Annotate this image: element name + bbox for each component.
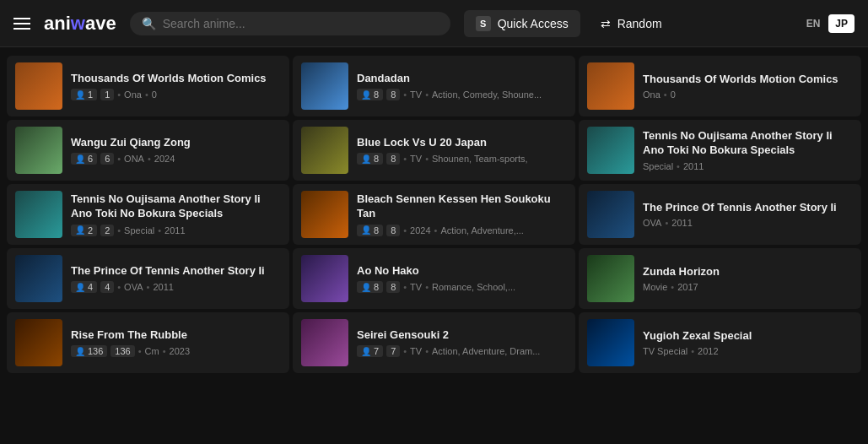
card-thumbnail — [15, 191, 62, 238]
card-count-badge: 8 — [386, 153, 400, 165]
badge-icon: 👤 — [361, 90, 371, 100]
badge-icon: 👤 — [75, 154, 85, 164]
card-count-badge: 7 — [386, 345, 400, 357]
card-info: Rise From The Rubble 👤 136 136 • Cm • 20… — [71, 328, 281, 358]
card-info: The Prince Of Tennis Another Story Ii OV… — [643, 201, 853, 229]
quick-access-button[interactable]: S Quick Access — [464, 10, 580, 37]
hamburger-menu[interactable] — [13, 18, 30, 30]
card-year: 2011 — [683, 161, 704, 171]
badge-icon: 👤 — [75, 283, 85, 292]
search-input[interactable] — [163, 17, 439, 30]
card-title: Seirei Gensouki 2 — [357, 328, 567, 343]
card-type: ONA — [124, 154, 144, 164]
card-count-badge: 136 — [111, 345, 134, 357]
card-title: Wangu Zui Qiang Zong — [71, 136, 281, 150]
card-item[interactable]: Yugioh Zexal Special TV Special • 2012 — [579, 312, 861, 373]
card-type: Ona — [124, 89, 142, 100]
card-genres: Shounen, Team-sports, — [432, 154, 528, 164]
logo[interactable]: aniwave — [44, 13, 116, 35]
card-thumbnail — [301, 319, 348, 366]
search-icon: 🔍 — [142, 17, 156, 30]
card-badge: 👤 8 — [357, 281, 383, 293]
card-info: Thousands Of Worlds Motion Comics Ona • … — [643, 73, 853, 100]
card-info: Seirei Gensouki 2 👤 7 7 • TV • Action, A… — [357, 328, 567, 358]
card-info: Thousands Of Worlds Motion Comics 👤 1 1 … — [71, 72, 281, 101]
random-label: Random — [617, 17, 662, 30]
random-button[interactable]: ⇄ Random — [601, 17, 662, 30]
card-title: Thousands Of Worlds Motion Comics — [643, 73, 853, 87]
lang-en-button[interactable]: EN — [800, 14, 828, 33]
quick-access-label: Quick Access — [498, 17, 569, 30]
card-meta: OVA • 2011 — [643, 218, 853, 228]
card-meta: Special • 2011 — [643, 161, 853, 171]
card-title: Tennis No Oujisama Another Story Ii Ano … — [643, 129, 853, 158]
card-type: Special — [124, 225, 154, 236]
card-type: Cm — [145, 346, 159, 356]
card-item[interactable]: Tennis No Oujisama Another Story Ii Ano … — [7, 184, 289, 245]
card-info: Tennis No Oujisama Another Story Ii Ano … — [643, 129, 853, 171]
card-type: TV — [410, 154, 422, 164]
badge-icon: 👤 — [361, 154, 371, 164]
card-meta: Movie • 2017 — [643, 282, 853, 292]
card-item[interactable]: Blue Lock Vs U 20 Japan 👤 8 8 • TV • Sho… — [293, 120, 575, 181]
card-badge: 👤 8 — [357, 153, 383, 165]
card-title: Blue Lock Vs U 20 Japan — [357, 136, 567, 150]
card-item[interactable]: Seirei Gensouki 2 👤 7 7 • TV • Action, A… — [293, 312, 575, 373]
card-badge: 👤 6 — [71, 153, 97, 165]
card-title: Dandadan — [357, 72, 567, 86]
card-item[interactable]: Wangu Zui Qiang Zong 👤 6 6 • ONA • 2024 — [7, 120, 289, 181]
card-info: The Prince Of Tennis Another Story Ii 👤 … — [71, 264, 281, 294]
card-info: Ao No Hako 👤 8 8 • TV • Romance, School,… — [357, 264, 567, 294]
card-info: Bleach Sennen Kessen Hen Soukoku Tan 👤 8… — [357, 192, 567, 236]
card-item[interactable]: Thousands Of Worlds Motion Comics Ona • … — [579, 56, 861, 116]
badge-icon: 👤 — [361, 225, 371, 235]
card-year: 2023 — [170, 346, 190, 356]
badge-icon: 👤 — [75, 90, 85, 100]
card-item[interactable]: The Prince Of Tennis Another Story Ii OV… — [579, 184, 861, 245]
card-info: Yugioh Zexal Special TV Special • 2012 — [643, 329, 853, 357]
card-badge: 👤 8 — [357, 89, 383, 100]
lang-jp-button[interactable]: JP — [828, 14, 855, 33]
card-item[interactable]: Ao No Hako 👤 8 8 • TV • Romance, School,… — [293, 248, 575, 309]
card-count-badge: 6 — [100, 153, 114, 165]
card-meta: 👤 7 7 • TV • Action, Adventure, Dram... — [357, 345, 567, 357]
card-title: Tennis No Oujisama Another Story Ii Ano … — [71, 192, 281, 221]
badge-icon: 👤 — [361, 347, 371, 356]
card-meta: 👤 8 8 • TV • Action, Comedy, Shoune... — [357, 89, 567, 100]
card-item[interactable]: Dandadan 👤 8 8 • TV • Action, Comedy, Sh… — [293, 56, 575, 116]
card-thumbnail — [15, 127, 62, 174]
card-badge: 👤 2 — [71, 225, 97, 236]
card-count-badge: 8 — [386, 89, 400, 100]
card-badge: 👤 1 — [71, 89, 97, 100]
card-genres: Action, Adventure,... — [440, 225, 523, 236]
card-count-badge: 4 — [100, 281, 114, 293]
card-item[interactable]: Bleach Sennen Kessen Hen Soukoku Tan 👤 8… — [293, 184, 575, 245]
card-item[interactable]: Rise From The Rubble 👤 136 136 • Cm • 20… — [7, 312, 289, 373]
card-item[interactable]: The Prince Of Tennis Another Story Ii 👤 … — [7, 248, 289, 309]
card-badge: 👤 7 — [357, 345, 383, 357]
card-thumbnail — [587, 191, 634, 238]
header: aniwave 🔍 S Quick Access ⇄ Random EN JP — [0, 0, 868, 47]
card-title: Thousands Of Worlds Motion Comics — [71, 72, 281, 86]
card-thumbnail — [587, 62, 634, 110]
card-type: TV — [410, 346, 422, 356]
card-item[interactable]: Thousands Of Worlds Motion Comics 👤 1 1 … — [7, 56, 289, 116]
card-meta: TV Special • 2012 — [643, 346, 853, 356]
card-thumbnail — [301, 127, 348, 174]
card-year: 2024 — [154, 154, 175, 164]
card-meta: 👤 1 1 • Ona • 0 — [71, 89, 281, 100]
card-item[interactable]: Tennis No Oujisama Another Story Ii Ano … — [579, 120, 861, 181]
card-info: Wangu Zui Qiang Zong 👤 6 6 • ONA • 2024 — [71, 136, 281, 165]
card-thumbnail — [587, 127, 634, 174]
badge-icon: 👤 — [361, 283, 371, 292]
language-switcher: EN JP — [800, 14, 855, 33]
card-meta: 👤 4 4 • OVA • 2011 — [71, 281, 281, 293]
card-badge: 👤 4 — [71, 281, 97, 293]
badge-icon: 👤 — [75, 347, 85, 356]
card-type: Movie — [643, 282, 667, 292]
card-item[interactable]: Zunda Horizon Movie • 2017 — [579, 248, 861, 309]
card-year: 2017 — [677, 282, 698, 292]
card-count-badge: 1 — [100, 89, 114, 100]
card-type: OVA — [124, 282, 143, 292]
card-meta: 👤 136 136 • Cm • 2023 — [71, 345, 281, 357]
